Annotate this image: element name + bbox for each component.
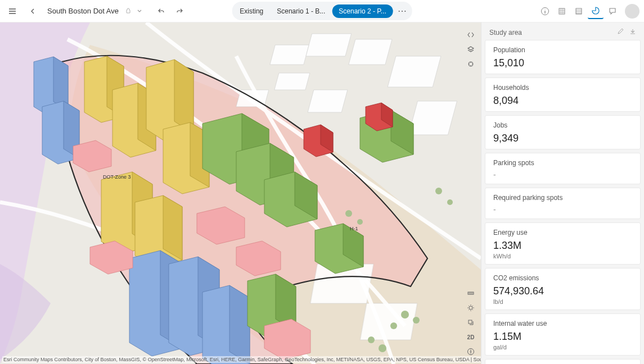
history-controls <box>154 3 187 19</box>
svg-point-21 <box>379 344 386 352</box>
list-icon[interactable] <box>571 3 587 19</box>
expand-icon[interactable] <box>464 28 478 42</box>
svg-rect-2 <box>576 8 582 14</box>
chart-icon[interactable] <box>588 3 604 19</box>
metric-card[interactable]: External water use492,821.08gal/d <box>485 359 641 364</box>
metric-card[interactable]: Population15,010 <box>485 40 641 74</box>
svg-rect-5 <box>306 34 352 56</box>
layers-icon[interactable] <box>464 43 478 56</box>
metrics-list[interactable]: Population15,010Households8,094Jobs9,349… <box>481 40 644 364</box>
edit-icon[interactable] <box>617 28 624 37</box>
metric-label: Parking spots <box>493 159 632 167</box>
info-icon[interactable] <box>537 3 553 19</box>
download-icon[interactable] <box>629 28 636 37</box>
shadow-icon[interactable] <box>464 316 478 329</box>
svg-point-25 <box>469 306 472 310</box>
metric-value: 8,094 <box>493 95 632 107</box>
svg-rect-24 <box>468 292 474 294</box>
metric-card[interactable]: Required parking spots- <box>485 188 641 219</box>
map-canvas[interactable]: DOT-Zone 3 H-1 <box>0 22 481 364</box>
metric-value: 9,349 <box>493 133 632 144</box>
svg-point-18 <box>447 199 453 205</box>
project-title: South Boston Dot Ave <box>47 7 119 15</box>
dashboard-panel: Study area Population15,010Households8,0… <box>481 22 644 364</box>
metric-unit: gal/d <box>493 344 632 351</box>
topbar-left: South Boston Dot Ave <box>4 3 187 19</box>
svg-rect-7 <box>388 56 441 87</box>
metric-unit: kWh/d <box>493 253 632 260</box>
svg-point-17 <box>435 188 442 194</box>
map-label-zone: DOT-Zone 3 <box>103 174 131 180</box>
chevron-down-icon[interactable] <box>137 8 142 15</box>
metric-card[interactable]: Internal water use1.15Mgal/d <box>485 313 641 356</box>
metric-value: 574,930.64 <box>493 285 632 297</box>
map-tools-bottom: 2D <box>464 286 478 358</box>
top-bar: South Boston Dot Ave Existing Scenario 1… <box>0 0 644 22</box>
metric-label: Jobs <box>493 121 632 129</box>
view-toggle[interactable]: 2D <box>464 330 478 344</box>
menu-icon[interactable] <box>4 3 20 19</box>
metric-card[interactable]: Households8,094 <box>485 78 641 112</box>
metric-card[interactable]: Energy use1.33MkWh/d <box>485 222 641 265</box>
svg-rect-26 <box>469 320 472 324</box>
metric-label: Required parking spots <box>493 194 632 202</box>
metric-value: - <box>493 205 632 214</box>
map-attribution: Esri Community Maps Contributors, City o… <box>2 356 481 363</box>
svg-point-16 <box>390 322 397 329</box>
svg-rect-4 <box>270 45 309 65</box>
map-viewport[interactable]: DOT-Zone 3 H-1 2D Esri Community Maps Co… <box>0 22 481 364</box>
topbar-right <box>537 3 640 19</box>
metric-card[interactable]: CO2 emissions574,930.64lb/d <box>485 268 641 310</box>
scenario-tab-1[interactable]: Scenario 1 - B... <box>270 4 332 18</box>
lock-icon <box>125 8 131 15</box>
metric-value: 1.15M <box>493 331 632 343</box>
scenario-switcher: Existing Scenario 1 - B... Scenario 2 - … <box>232 2 412 20</box>
svg-point-20 <box>357 219 363 225</box>
svg-point-14 <box>401 311 409 319</box>
metric-value: 15,010 <box>493 57 632 69</box>
metric-unit: lb/d <box>493 298 632 305</box>
svg-rect-6 <box>349 39 392 65</box>
metric-value: - <box>493 170 632 179</box>
grid-icon[interactable] <box>554 3 570 19</box>
panel-header: Study area <box>481 22 644 40</box>
daylight-icon[interactable] <box>464 301 478 315</box>
svg-rect-1 <box>559 8 565 14</box>
svg-point-15 <box>413 317 420 324</box>
metric-card[interactable]: Parking spots- <box>485 153 641 184</box>
metric-label: Population <box>493 46 632 54</box>
svg-rect-13 <box>308 90 348 112</box>
comment-icon[interactable] <box>605 3 620 19</box>
map-label-h1: H-1 <box>350 226 358 231</box>
redo-button[interactable] <box>172 3 187 19</box>
svg-point-19 <box>345 210 352 217</box>
svg-rect-11 <box>274 73 310 90</box>
undo-button[interactable] <box>154 3 169 19</box>
svg-point-22 <box>368 336 375 343</box>
explore-icon[interactable] <box>464 57 478 71</box>
metric-value: 1.33M <box>493 240 632 252</box>
scenario-tab-existing[interactable]: Existing <box>233 4 270 18</box>
metric-card[interactable]: Jobs9,349 <box>485 115 641 149</box>
measure-icon[interactable] <box>464 286 478 300</box>
metric-label: Internal water use <box>493 320 632 327</box>
scenario-more-icon[interactable]: ⋯ <box>393 3 411 19</box>
scenario-tab-2[interactable]: Scenario 2 - P... <box>332 4 393 18</box>
back-button[interactable] <box>25 3 40 19</box>
metric-label: Households <box>493 84 632 92</box>
main: DOT-Zone 3 H-1 2D Esri Community Maps Co… <box>0 22 644 364</box>
map-tools-top <box>464 28 478 71</box>
metric-label: Energy use <box>493 229 632 236</box>
avatar[interactable] <box>625 4 640 19</box>
panel-title: Study area <box>489 29 522 37</box>
metric-label: CO2 emissions <box>493 274 632 282</box>
